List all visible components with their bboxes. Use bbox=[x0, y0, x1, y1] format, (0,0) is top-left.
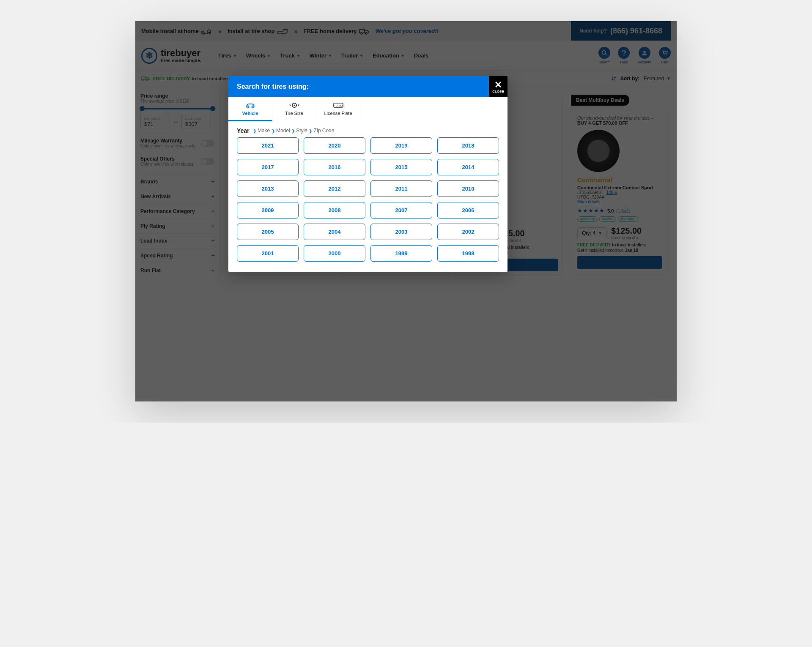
year-option-2014[interactable]: 2014 bbox=[437, 159, 499, 175]
year-option-2004[interactable]: 2004 bbox=[304, 224, 365, 240]
year-option-2011[interactable]: 2011 bbox=[370, 180, 432, 197]
svg-point-14 bbox=[294, 105, 295, 106]
tab-tiresize[interactable]: Tire Size bbox=[272, 97, 316, 121]
tiresize-icon bbox=[288, 101, 300, 109]
close-button[interactable]: ✕ CLOSE bbox=[489, 76, 508, 97]
tab-plate[interactable]: TB-123License Plate bbox=[316, 97, 360, 121]
breadcrumb-current: Year bbox=[237, 127, 250, 134]
chevron-right-icon: ❯ bbox=[253, 128, 256, 133]
close-icon: ✕ bbox=[494, 80, 502, 90]
search-modal: Search for tires using: ✕ CLOSE VehicleT… bbox=[228, 76, 508, 272]
year-option-2021[interactable]: 2021 bbox=[237, 137, 299, 154]
year-option-2000[interactable]: 2000 bbox=[304, 245, 365, 262]
year-option-2018[interactable]: 2018 bbox=[437, 137, 499, 154]
year-option-2009[interactable]: 2009 bbox=[237, 202, 299, 218]
breadcrumb-step[interactable]: Style bbox=[296, 128, 307, 134]
breadcrumb-step[interactable]: Make bbox=[258, 128, 270, 134]
year-option-2020[interactable]: 2020 bbox=[304, 137, 365, 154]
svg-text:TB-123: TB-123 bbox=[334, 104, 343, 107]
chevron-right-icon: ❯ bbox=[309, 128, 312, 133]
modal-tabs: VehicleTire SizeTB-123License Plate bbox=[228, 97, 508, 121]
year-option-2005[interactable]: 2005 bbox=[237, 224, 299, 240]
modal-title: Search for tires using: bbox=[237, 83, 309, 90]
svg-point-12 bbox=[252, 106, 254, 108]
year-option-2017[interactable]: 2017 bbox=[237, 159, 299, 175]
year-option-2006[interactable]: 2006 bbox=[437, 202, 499, 218]
year-option-2015[interactable]: 2015 bbox=[370, 159, 432, 175]
year-option-1998[interactable]: 1998 bbox=[437, 245, 499, 262]
year-option-2001[interactable]: 2001 bbox=[237, 245, 299, 262]
year-option-2013[interactable]: 2013 bbox=[237, 180, 299, 197]
year-option-2008[interactable]: 2008 bbox=[304, 202, 365, 218]
breadcrumb-step[interactable]: Model bbox=[276, 128, 290, 134]
chevron-right-icon: ❯ bbox=[272, 128, 275, 133]
year-option-1999[interactable]: 1999 bbox=[370, 245, 432, 262]
modal-header: Search for tires using: ✕ CLOSE bbox=[228, 76, 508, 97]
year-option-2003[interactable]: 2003 bbox=[370, 224, 432, 240]
close-label: CLOSE bbox=[492, 90, 504, 93]
modal-breadcrumb: Year ❯ Make ❯ Model ❯ Style ❯ Zip Code bbox=[228, 121, 508, 137]
year-option-2019[interactable]: 2019 bbox=[370, 137, 432, 154]
year-option-2016[interactable]: 2016 bbox=[304, 159, 365, 175]
tab-vehicle[interactable]: Vehicle bbox=[228, 97, 272, 121]
year-grid: 2021202020192018201720162015201420132012… bbox=[228, 137, 508, 272]
plate-icon: TB-123 bbox=[332, 101, 345, 109]
svg-point-11 bbox=[247, 106, 249, 108]
year-option-2007[interactable]: 2007 bbox=[370, 202, 432, 218]
breadcrumb-step[interactable]: Zip Code bbox=[314, 128, 335, 134]
year-option-2002[interactable]: 2002 bbox=[437, 224, 499, 240]
app-frame: Mobile install at home » Install at tire… bbox=[135, 21, 677, 401]
chevron-right-icon: ❯ bbox=[291, 128, 295, 133]
year-option-2012[interactable]: 2012 bbox=[304, 180, 365, 197]
vehicle-icon bbox=[244, 101, 256, 109]
year-option-2010[interactable]: 2010 bbox=[437, 180, 499, 197]
